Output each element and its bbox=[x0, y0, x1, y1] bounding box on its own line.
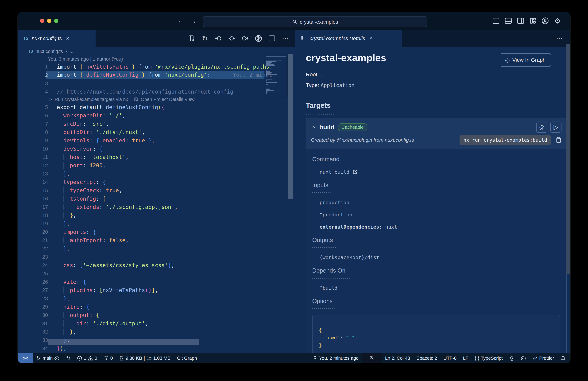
encoding-item[interactable]: UTF-8 bbox=[440, 353, 460, 363]
view-in-graph-button[interactable]: ◎ View In Graph bbox=[500, 53, 551, 67]
code-line[interactable]: 24 css: ['~/assets/css/styles.scss'], bbox=[18, 261, 295, 269]
close-tab-icon[interactable]: × bbox=[368, 35, 373, 42]
code-line[interactable]: 29 nitro: { bbox=[18, 303, 295, 311]
prettier-item[interactable]: ✓✓ Prettier bbox=[529, 353, 557, 363]
maximize-window-button[interactable] bbox=[54, 19, 58, 23]
code-line[interactable]: 13 }, bbox=[18, 170, 295, 178]
code-line[interactable]: 32 }, bbox=[18, 328, 295, 336]
code-line[interactable]: 6 workspaceDir: './', bbox=[18, 111, 295, 120]
code-line[interactable]: 15 typeCheck: true, bbox=[18, 186, 295, 195]
account-icon[interactable] bbox=[542, 17, 549, 24]
code-line[interactable]: 25 bbox=[18, 269, 295, 278]
toggle-primary-sidebar-icon[interactable] bbox=[492, 17, 500, 24]
command-heading: Command bbox=[312, 156, 560, 163]
close-tab-icon[interactable]: × bbox=[65, 35, 69, 42]
command-center-search[interactable]: crystal-examples bbox=[203, 17, 427, 27]
panel-scrollbar[interactable] bbox=[566, 44, 570, 274]
eol-item[interactable]: LF bbox=[460, 353, 472, 363]
code-line[interactable]: 31 dir: './dist/.output', bbox=[18, 319, 295, 328]
code-line[interactable]: 12 port: 4200, bbox=[18, 161, 295, 170]
line-number: 11 bbox=[18, 154, 57, 160]
tab-nuxt-config[interactable]: TS nuxt.config.ts × bbox=[18, 30, 96, 47]
code-line[interactable]: 2import { defineNuxtConfig } from 'nuxt/… bbox=[18, 71, 295, 79]
breadcrumb-filename[interactable]: nuxt.config.ts bbox=[36, 49, 63, 54]
code-line[interactable]: 10 devServer: { bbox=[18, 145, 295, 153]
code-line[interactable]: 23 bbox=[18, 253, 295, 261]
git-graph-item[interactable]: Git Graph bbox=[174, 353, 200, 363]
collapse-chevron-icon[interactable] bbox=[311, 125, 316, 130]
code-line[interactable]: 17 extends: './tsconfig.app.json', bbox=[18, 203, 295, 211]
next-change-icon[interactable] bbox=[241, 35, 249, 42]
options-json-editor[interactable]: { "cwd": "."} bbox=[312, 315, 560, 353]
current-change-icon[interactable] bbox=[228, 35, 235, 42]
back-button[interactable]: ← bbox=[177, 16, 186, 25]
indentation-item[interactable]: Spaces: 2 bbox=[413, 353, 440, 363]
breadcrumb-symbol[interactable]: ... bbox=[69, 49, 73, 54]
command-value[interactable]: nuxt build bbox=[319, 169, 560, 175]
line-number: 27 bbox=[18, 287, 57, 293]
editor-vertical-scrollbar[interactable] bbox=[288, 54, 293, 199]
text-cursor bbox=[211, 72, 211, 79]
extension-item[interactable] bbox=[506, 353, 517, 363]
open-preview-icon[interactable] bbox=[188, 35, 195, 42]
copilot-item[interactable] bbox=[517, 353, 529, 363]
depends-item: ^build bbox=[319, 285, 560, 291]
codelens-open-details[interactable]: Open Project Details View bbox=[141, 97, 194, 102]
code-line[interactable]: 18 }, bbox=[18, 211, 295, 220]
blame-item[interactable]: You, 2 minutes ago bbox=[310, 353, 362, 363]
code-line[interactable]: 34}); bbox=[18, 344, 295, 353]
language-item[interactable]: { } TypeScript bbox=[472, 353, 506, 363]
more-actions-icon[interactable]: ⋯ bbox=[282, 35, 289, 42]
previous-change-icon[interactable] bbox=[214, 35, 222, 42]
code-editor[interactable]: You, 3 minutes ago | 1 author (You)1impo… bbox=[18, 55, 295, 353]
code-line[interactable]: 3 bbox=[18, 79, 295, 88]
panel-more-actions-icon[interactable]: ⋯ bbox=[556, 30, 563, 47]
toggle-panel-icon[interactable] bbox=[504, 17, 512, 24]
code-line[interactable]: 26 vite: { bbox=[18, 278, 295, 286]
code-line[interactable]: 30 output: { bbox=[18, 311, 295, 319]
code-line[interactable]: 9 devtools: { enabled: true }, bbox=[18, 136, 295, 145]
code-line[interactable]: 7 srcDir: 'src', bbox=[18, 120, 295, 128]
run-target-button[interactable]: ▷ bbox=[550, 122, 562, 133]
code-line[interactable]: 5export default defineNuxtConfig({ bbox=[18, 103, 295, 111]
code-line[interactable]: 4// https://nuxt.com/docs/api/configurat… bbox=[18, 88, 295, 96]
minimize-window-button[interactable] bbox=[47, 19, 51, 23]
copy-icon[interactable] bbox=[555, 136, 562, 144]
split-editor-icon[interactable] bbox=[268, 35, 276, 42]
notifications-item[interactable] bbox=[557, 353, 570, 363]
code-line[interactable]: 20 imports: { bbox=[18, 228, 295, 236]
codelens-row[interactable]: Run crystal-examples targets via nx|Open… bbox=[18, 96, 295, 103]
toggle-secondary-sidebar-icon[interactable] bbox=[517, 17, 524, 24]
nx-run-command[interactable]: nx run crystal-examples:build bbox=[460, 135, 551, 145]
timeline-git-icon[interactable] bbox=[255, 35, 262, 42]
cursor-position-item[interactable]: Ln 2, Col 48 bbox=[382, 353, 413, 363]
tab-project-details[interactable]: crystal-examples Details × bbox=[295, 30, 402, 47]
code-line[interactable]: 28 }, bbox=[18, 294, 295, 303]
code-line[interactable]: 21 autoImport: false, bbox=[18, 236, 295, 245]
file-size-item[interactable]: 9.88 KB | 1.03 MB bbox=[116, 353, 174, 363]
view-output-button[interactable]: ◎ bbox=[536, 122, 547, 133]
git-branch-item[interactable]: main bbox=[33, 353, 63, 363]
forward-button[interactable]: → bbox=[189, 16, 198, 25]
code-line[interactable]: 16 tsConfig: { bbox=[18, 195, 295, 203]
settings-gear-icon[interactable]: ⚙ bbox=[554, 17, 561, 24]
git-compare-item[interactable] bbox=[63, 353, 74, 363]
ports-item[interactable]: 0 bbox=[100, 353, 116, 363]
refresh-icon[interactable]: ↻ bbox=[201, 35, 209, 42]
code-line[interactable]: 11 host: 'localhost', bbox=[18, 153, 295, 161]
code-line[interactable]: 8 buildDir: './dist/.nuxt', bbox=[18, 128, 295, 136]
remote-indicator[interactable]: >< bbox=[18, 353, 33, 363]
code-line[interactable]: 19 }, bbox=[18, 220, 295, 228]
codelens-run[interactable]: Run crystal-examples targets via nx bbox=[55, 97, 128, 102]
editor-horizontal-scrollbar[interactable] bbox=[48, 339, 199, 345]
close-window-button[interactable] bbox=[40, 19, 44, 23]
code-line[interactable]: 22 }, bbox=[18, 245, 295, 253]
code-line[interactable]: 27 plugins: [nxViteTsPaths()], bbox=[18, 286, 295, 294]
problems-item[interactable]: 1 0 bbox=[74, 353, 100, 363]
minimap[interactable] bbox=[264, 54, 288, 98]
customize-layout-icon[interactable] bbox=[529, 17, 537, 24]
zoom-item[interactable] bbox=[362, 353, 382, 363]
breadcrumb[interactable]: TS nuxt.config.ts › ... bbox=[18, 47, 306, 55]
code-line[interactable]: 1import { nxViteTsPaths } from '@nx/vite… bbox=[18, 63, 295, 71]
code-line[interactable]: 14 typescript: { bbox=[18, 178, 295, 186]
